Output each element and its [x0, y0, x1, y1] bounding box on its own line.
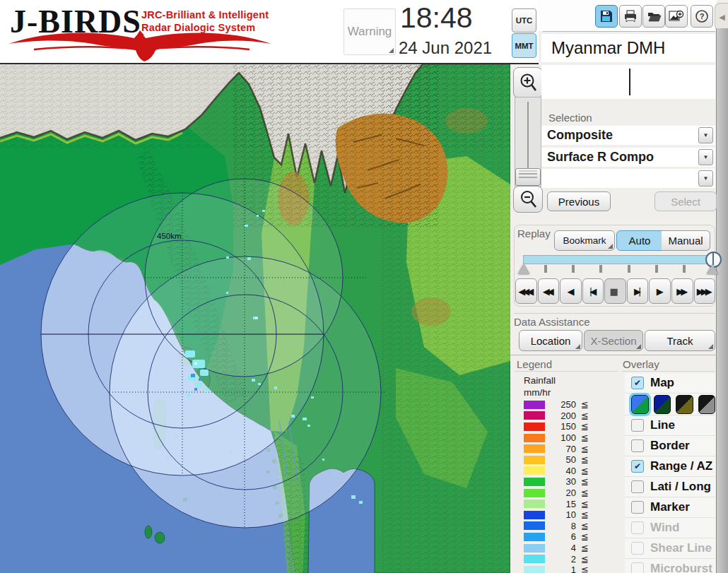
option-combo[interactable]: ▼: [541, 169, 715, 188]
wind-checkbox: [631, 521, 644, 534]
help-button[interactable]: ?: [691, 5, 713, 28]
play-button-icon: ▶: [657, 286, 661, 297]
track-button[interactable]: Track: [645, 330, 715, 351]
location-button[interactable]: Location: [519, 330, 582, 351]
question-mark-icon: ?: [695, 9, 709, 23]
text-cursor: [629, 69, 630, 95]
overlay-row-map: ✔Map: [625, 373, 715, 394]
message-box[interactable]: [541, 65, 715, 99]
station-box: Myanmar DMH: [541, 34, 715, 62]
clock-time: 18:48: [400, 1, 473, 35]
replay-auto-button[interactable]: Auto: [616, 230, 663, 251]
overlay-section-label: Overlay: [623, 358, 659, 370]
toolbar-strip: ?: [539, 0, 717, 31]
image-plus-icon: [669, 9, 684, 23]
legend-value: 50: [545, 454, 576, 465]
combo-value: Surface R Compo: [541, 150, 698, 165]
play-button[interactable]: ▶: [649, 278, 671, 304]
legend-color-swatch: [524, 511, 545, 519]
legend-value: 8: [545, 521, 576, 531]
forward-fastest-button[interactable]: ▶▶▶: [694, 278, 716, 304]
map-style-navy-darkgreen[interactable]: [654, 395, 671, 414]
legend-color-swatch: [524, 566, 545, 573]
legend-color-swatch: [524, 500, 545, 508]
legend-row: 20≦: [524, 488, 597, 499]
legend-value: 2: [545, 554, 576, 565]
map-checkbox[interactable]: ✔: [631, 377, 644, 389]
panel-scrollbar[interactable]: [716, 28, 728, 573]
rewind-fastest-button[interactable]: ◀◀◀: [515, 278, 537, 304]
save-button[interactable]: [595, 5, 618, 28]
legend-color-swatch: [524, 489, 545, 497]
legend-color-swatch: [524, 466, 545, 475]
legend-value: 4: [545, 543, 576, 553]
warning-label: Warning: [348, 25, 392, 39]
legend-lte-symbol: ≦: [576, 466, 589, 476]
legend-color-swatch: [524, 533, 545, 541]
clock-date: 24 Jun 2021: [399, 38, 492, 58]
map-style-black-olive[interactable]: [676, 395, 693, 414]
microburst-checkbox: [631, 562, 644, 573]
composite-combo[interactable]: Composite ▼: [541, 126, 715, 145]
replay-manual-button[interactable]: Manual: [662, 230, 710, 251]
play-reverse-button[interactable]: ◀: [560, 278, 582, 304]
range-az-checkbox[interactable]: ✔: [631, 460, 644, 473]
export-image-button[interactable]: [665, 5, 688, 28]
legend-scale: 250≦200≦150≦100≦70≦50≦40≦30≦20≦15≦10≦8≦6…: [524, 399, 597, 573]
legend-row: 10≦: [524, 509, 597, 521]
xsection-button[interactable]: X-Section: [584, 330, 643, 351]
map-zoom-out-button[interactable]: [513, 186, 543, 213]
chevron-down-icon[interactable]: ▼: [698, 127, 713, 143]
step-back-button[interactable]: |◀: [582, 278, 604, 304]
stop-button[interactable]: ■: [604, 278, 626, 304]
lati-long-checkbox[interactable]: [631, 480, 644, 493]
svg-text:?: ?: [700, 12, 705, 20]
map-style-row: [625, 394, 715, 415]
range-ring-label: 450km: [157, 232, 182, 240]
border-checkbox[interactable]: [631, 439, 644, 452]
product-combo[interactable]: Surface R Compo ▼: [541, 148, 715, 167]
legend-value: 30: [545, 476, 576, 487]
forward-fast-button[interactable]: ▶▶: [671, 278, 693, 304]
slider-end-marker[interactable]: [707, 264, 718, 274]
print-button[interactable]: [619, 5, 642, 28]
legend-row: 50≦: [524, 454, 597, 466]
panel-collapse-handle[interactable]: ◀: [715, 3, 728, 31]
timezone-mmt-button[interactable]: MMT: [512, 33, 536, 58]
chevron-down-icon[interactable]: ▼: [698, 149, 713, 165]
map-style-black-gray[interactable]: [698, 395, 716, 414]
legend-color-swatch: [524, 434, 545, 442]
map-label: Map: [650, 376, 674, 390]
play-reverse-button-icon: ◀: [567, 286, 571, 297]
replay-timeline-slider[interactable]: [523, 255, 712, 264]
map-style-blue-green[interactable]: [631, 395, 649, 414]
rewind-fast-button[interactable]: ◀◀: [538, 278, 560, 304]
line-checkbox[interactable]: [631, 419, 644, 432]
corner-menu-icon: [636, 344, 641, 349]
stop-button-icon: ■: [609, 286, 618, 297]
select-button[interactable]: Select: [654, 191, 717, 211]
warning-button[interactable]: Warning: [344, 8, 396, 55]
open-button[interactable]: [642, 5, 665, 28]
previous-button[interactable]: Previous: [547, 191, 611, 211]
legend-lte-symbol: ≦: [576, 509, 589, 520]
slider-start-marker[interactable]: [518, 264, 529, 274]
legend-row: 200≦: [524, 410, 597, 422]
bookmark-button[interactable]: Bookmark: [554, 230, 615, 251]
select-label: Select: [671, 196, 700, 208]
map-zoom-in-button[interactable]: [513, 67, 543, 98]
forward-fast-button-icon: ▶▶: [676, 286, 685, 297]
map-zoom-slider-thumb[interactable]: [515, 168, 541, 186]
marker-checkbox[interactable]: [631, 501, 644, 514]
legend-section-label: Legend: [517, 358, 552, 370]
chevron-down-icon[interactable]: ▼: [698, 170, 713, 187]
timezone-utc-button[interactable]: UTC: [512, 8, 536, 33]
radar-map-canvas[interactable]: 450km: [0, 64, 510, 573]
legend-lte-symbol: ≦: [576, 444, 589, 454]
location-label: Location: [531, 335, 571, 347]
overlay-row-line: Line: [625, 415, 715, 436]
legend-color-swatch: [524, 478, 545, 486]
legend-color-swatch: [524, 411, 545, 420]
line-label: Line: [650, 418, 675, 432]
step-forward-button[interactable]: ▶|: [627, 278, 649, 304]
